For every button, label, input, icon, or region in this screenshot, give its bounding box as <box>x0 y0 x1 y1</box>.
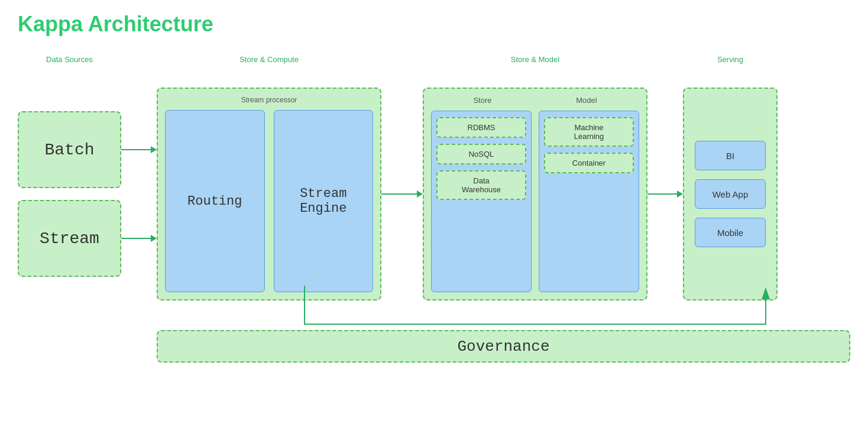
store-column: RDBMS NoSQL DataWarehouse <box>431 111 532 292</box>
stream-processor-container: Stream processor Routing Stream Engine <box>157 88 381 300</box>
data-sources-column: Batch Stream <box>18 111 121 277</box>
rdbms-box: RDBMS <box>436 117 526 138</box>
page-title: Kappa Architecture <box>18 12 850 37</box>
stream-processor-label: Stream processor <box>165 96 373 104</box>
store-label: Store <box>473 96 491 105</box>
model-column: MachineLearning Container <box>539 111 639 292</box>
arrow-col-3 <box>647 190 683 198</box>
main-row: Batch Stream Stream processor <box>18 70 850 318</box>
arrow-head <box>151 235 157 242</box>
governance-bar: Governance <box>157 330 850 363</box>
stream-label: Stream <box>40 230 99 248</box>
label-serving: Serving <box>717 55 743 64</box>
batch-box: Batch <box>18 111 121 188</box>
stream-engine-label: Stream Engine <box>274 186 373 216</box>
batch-label: Batch <box>44 141 94 159</box>
data-warehouse-box: DataWarehouse <box>436 170 526 200</box>
store-model-header: Store Model <box>431 96 639 105</box>
stream-engine-box: Stream Engine <box>274 110 374 292</box>
store-model-container: Store Model RDBMS NoSQL DataWarehouse Ma… <box>423 88 647 300</box>
layer-labels: Data Sources Store & Compute Store & Mod… <box>18 54 850 65</box>
label-store-compute: Store & Compute <box>239 55 299 64</box>
machine-learning-box: MachineLearning <box>544 117 634 147</box>
diagram-area: Data Sources Store & Compute Store & Mod… <box>18 54 850 363</box>
container-box: Container <box>544 153 634 173</box>
store-model-inner: RDBMS NoSQL DataWarehouse MachineLearnin… <box>431 111 639 292</box>
arrow-line <box>121 149 151 150</box>
stream-arrow <box>121 235 157 242</box>
arrow-line <box>381 193 417 195</box>
processor-inner: Routing Stream Engine <box>165 110 373 292</box>
routing-label: Routing <box>187 194 242 209</box>
arrow-col-2 <box>381 190 423 198</box>
page: Kappa Architecture Data Sources Store & … <box>0 0 868 433</box>
bi-box: BI <box>695 141 766 170</box>
label-data-sources: Data Sources <box>46 55 93 64</box>
arrow-head <box>677 190 683 198</box>
governance-label: Governance <box>457 338 549 356</box>
arrow-head <box>417 190 423 198</box>
mobile-box: Mobile <box>695 218 766 247</box>
batch-arrow <box>121 146 157 153</box>
governance-row: Governance <box>18 330 850 363</box>
routing-box: Routing <box>165 110 265 292</box>
nosql-box: NoSQL <box>436 144 526 164</box>
stream-box: Stream <box>18 200 121 277</box>
web-app-box: Web App <box>695 179 766 209</box>
arrow-line <box>647 193 677 195</box>
arrow-col-1 <box>121 70 157 318</box>
label-store-model: Store & Model <box>511 55 559 64</box>
arrow-line <box>121 238 151 239</box>
arrow-head <box>151 146 157 153</box>
serving-container: BI Web App Mobile <box>683 88 778 300</box>
model-label: Model <box>576 96 597 105</box>
